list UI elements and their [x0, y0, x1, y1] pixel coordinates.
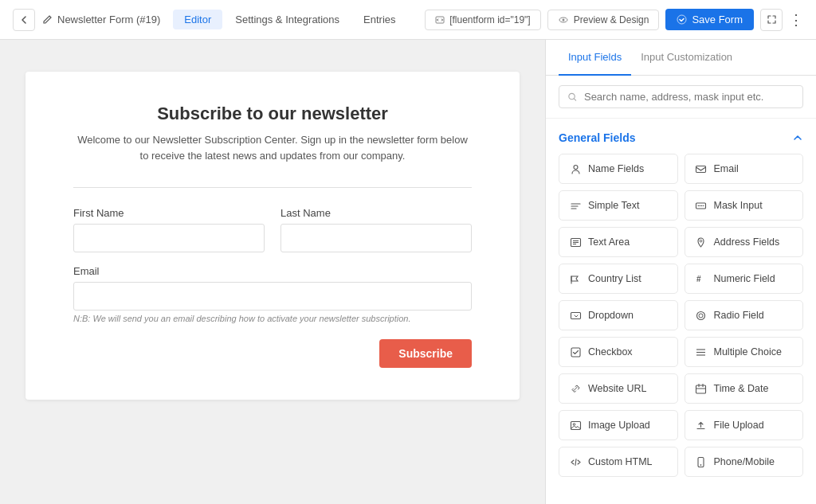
- field-image-upload[interactable]: Image Upload: [559, 410, 678, 440]
- svg-rect-6: [696, 166, 706, 172]
- field-checkbox[interactable]: Checkbox: [559, 337, 678, 367]
- field-simple-text[interactable]: Simple Text: [559, 190, 678, 221]
- mask-input-icon: [695, 199, 708, 212]
- simple-text-icon: [569, 199, 582, 212]
- address-fields-icon: [695, 236, 708, 248]
- collapse-icon[interactable]: [792, 132, 803, 143]
- field-radio-field[interactable]: Radio Field: [685, 300, 804, 330]
- expand-button[interactable]: [760, 9, 783, 31]
- field-mask-input-label: Mask Input: [714, 200, 763, 211]
- more-options-button[interactable]: ⋮: [789, 11, 803, 29]
- field-name-fields[interactable]: Name Fields: [559, 154, 678, 184]
- expand-icon: [767, 14, 777, 25]
- form-description: Welcome to our Newsletter Subscription C…: [73, 132, 472, 163]
- field-file-upload-label: File Upload: [714, 420, 764, 431]
- panel-tabs: Input Fields Input Customization: [546, 40, 816, 76]
- field-website-url[interactable]: Website URL: [559, 373, 678, 404]
- nav-right: [fluentform id="19"] Preview & Design Sa…: [425, 9, 803, 31]
- field-radio-field-label: Radio Field: [714, 310, 764, 321]
- field-multiple-choice[interactable]: Multiple Choice: [685, 337, 804, 367]
- svg-point-20: [697, 311, 705, 319]
- field-numeric-field[interactable]: # Numeric Field: [685, 264, 804, 294]
- field-name-fields-label: Name Fields: [588, 163, 644, 174]
- tab-editor[interactable]: Editor: [173, 10, 222, 29]
- first-name-group: First Name: [73, 207, 265, 252]
- svg-rect-19: [571, 312, 580, 318]
- field-file-upload[interactable]: File Upload: [685, 410, 804, 440]
- field-email[interactable]: Email: [685, 154, 804, 184]
- multiple-choice-icon: [695, 346, 708, 358]
- last-name-label: Last Name: [280, 207, 472, 219]
- field-text-area[interactable]: Text Area: [559, 227, 678, 257]
- email-group: Email N:B: We will send you an email des…: [73, 265, 472, 323]
- right-panel: Input Fields Input Customization General…: [545, 40, 816, 504]
- last-name-input[interactable]: [280, 224, 472, 252]
- field-dropdown[interactable]: Dropdown: [559, 300, 678, 330]
- svg-rect-26: [696, 385, 706, 393]
- search-icon: [567, 92, 578, 103]
- save-button[interactable]: Save Form: [665, 9, 754, 30]
- field-checkbox-label: Checkbox: [588, 346, 633, 357]
- field-multiple-choice-label: Multiple Choice: [714, 346, 782, 357]
- field-image-upload-label: Image Upload: [588, 420, 650, 431]
- tab-settings[interactable]: Settings & Integrations: [224, 10, 351, 29]
- file-upload-icon: [695, 419, 708, 432]
- eye-icon: [558, 14, 569, 25]
- field-dropdown-label: Dropdown: [588, 310, 634, 321]
- radio-field-icon: [695, 309, 708, 322]
- field-country-list[interactable]: Country List: [559, 264, 678, 294]
- first-name-label: First Name: [73, 207, 265, 219]
- field-address-fields[interactable]: Address Fields: [685, 227, 804, 257]
- field-time-date-label: Time & Date: [714, 383, 769, 394]
- svg-point-21: [699, 314, 703, 318]
- panel-content: General Fields Name Fields Email: [546, 119, 816, 504]
- field-time-date[interactable]: Time & Date: [685, 373, 804, 404]
- field-phone-mobile[interactable]: Phone/Mobile: [685, 447, 804, 477]
- fields-grid: Name Fields Email Simple Text: [559, 154, 803, 477]
- field-address-fields-label: Address Fields: [714, 236, 780, 248]
- subscribe-button[interactable]: Subscribe: [379, 339, 472, 368]
- email-icon: [695, 162, 708, 175]
- tab-input-fields[interactable]: Input Fields: [559, 40, 631, 76]
- field-custom-html[interactable]: Custom HTML: [559, 447, 678, 477]
- shortcode-button[interactable]: [fluentform id="19"]: [425, 10, 541, 30]
- svg-point-16: [700, 240, 702, 242]
- form-area: Subscribe to our newsletter Welcome to o…: [0, 40, 545, 504]
- svg-point-3: [677, 15, 686, 24]
- save-label: Save Form: [692, 14, 743, 25]
- svg-point-2: [562, 18, 564, 21]
- search-input[interactable]: [584, 91, 794, 103]
- checkbox-icon: [569, 346, 582, 358]
- field-mask-input[interactable]: Mask Input: [685, 190, 804, 221]
- shortcode-label: [fluentform id="19"]: [449, 14, 531, 25]
- preview-label: Preview & Design: [574, 14, 649, 25]
- field-custom-html-label: Custom HTML: [588, 456, 653, 467]
- back-button[interactable]: [13, 9, 35, 31]
- field-simple-text-label: Simple Text: [588, 200, 639, 211]
- form-card: Subscribe to our newsletter Welcome to o…: [26, 72, 520, 400]
- name-row: First Name Last Name: [73, 207, 472, 252]
- main-layout: Subscribe to our newsletter Welcome to o…: [0, 40, 816, 504]
- form-note: N:B: We will send you an email describin…: [73, 314, 472, 323]
- email-label: Email: [73, 265, 472, 277]
- preview-button[interactable]: Preview & Design: [547, 10, 660, 30]
- custom-html-icon: [569, 455, 582, 468]
- phone-mobile-icon: [695, 455, 708, 468]
- form-footer: Subscribe: [73, 339, 472, 368]
- first-name-input[interactable]: [73, 224, 265, 252]
- panel-search: [546, 76, 816, 119]
- last-name-group: Last Name: [280, 207, 472, 252]
- svg-text:#: #: [696, 275, 701, 283]
- svg-point-5: [574, 165, 578, 169]
- top-nav: Newsletter Form (#19) Editor Settings & …: [0, 0, 816, 40]
- tab-input-customization[interactable]: Input Customization: [631, 40, 742, 76]
- country-list-icon: [569, 272, 582, 285]
- image-upload-icon: [569, 419, 582, 432]
- field-text-area-label: Text Area: [588, 236, 630, 248]
- tab-entries[interactable]: Entries: [352, 10, 406, 29]
- email-input[interactable]: [73, 282, 472, 311]
- website-url-icon: [569, 382, 582, 395]
- numeric-field-icon: #: [695, 272, 708, 285]
- section-title: General Fields: [559, 131, 635, 144]
- form-title-nav: Newsletter Form (#19): [41, 14, 160, 25]
